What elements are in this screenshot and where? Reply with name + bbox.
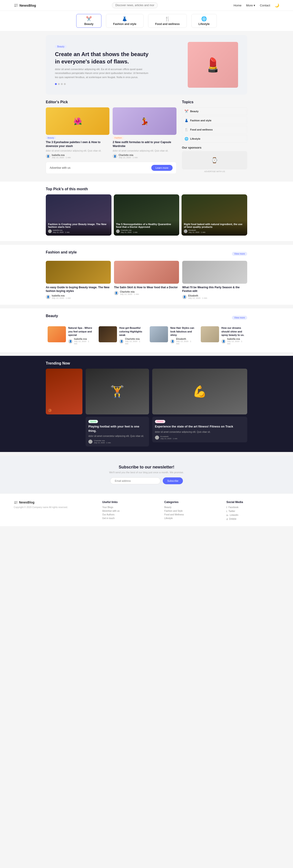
category-lifestyle[interactable]: 🌐 Lifestyle (191, 14, 217, 28)
fashion-author-2-name: Charlotte mia (120, 290, 139, 293)
category-food[interactable]: 🍴 Food and wellness (148, 14, 187, 28)
nav-links: Home More ▾ Contact 🌙 (233, 3, 279, 7)
fashion-card-1-author: 👤 Isabella eva July 13, 2020 · 1 min (46, 294, 111, 299)
pick-author-2-avatar (116, 229, 120, 233)
beauty-section-header: Beauty View more (46, 314, 247, 321)
beauty-card-1-content: Natural Spa - Where you feel unique and … (68, 326, 92, 345)
editor-card-1-author: 👤 Isabella eva July 13, 2020 · 1 min (46, 154, 109, 159)
trending-left-image: 🏀 (46, 369, 83, 446)
fashion-author-3-name: Elizabeth (188, 294, 207, 297)
beauty-card-3: New Hair Styles can look fabulous and sh… (148, 324, 196, 347)
footer-categories-title: Categories (164, 500, 217, 504)
trending-basketball-image: 🏀 (46, 369, 83, 414)
trending-badge-fitness: Fitness (155, 420, 165, 423)
fashion-view-more[interactable]: View more (232, 252, 247, 256)
trending-author-2-info: ELizabeth July 13, 2020 · 1 min (160, 435, 177, 440)
editor-card-1-badge: Beauty (46, 136, 56, 140)
beauty-card-2: How get Beautiful coloring Highlights we… (97, 324, 145, 347)
beauty-section: Beauty View more Natural Spa - Where you… (0, 308, 293, 352)
topic-lifestyle[interactable]: 🌐 Lifestyle (182, 135, 247, 143)
footer-link-advertise[interactable]: Advertise with us (102, 510, 155, 512)
footer-brand: 📰 NewsBlog Copyright © 2020 Company name… (14, 500, 93, 522)
pick-card-1: Fashion is Creating your Beauty image. T… (46, 194, 111, 236)
beauty-author-3-avatar: 👤 (170, 339, 175, 344)
fashion-title: Fashion and style (46, 250, 77, 254)
beauty-card-2-title: How get Beautiful coloring Highlights we… (119, 326, 143, 337)
beauty-view-more[interactable]: View more (232, 316, 247, 320)
footer-link-authors[interactable]: Our Authors (102, 513, 155, 516)
basketball-icon: 🏀 (48, 409, 52, 412)
subscribe-button[interactable]: Subscribe (163, 477, 183, 484)
beauty-card-3-image (150, 326, 168, 342)
top-picks-title: Top Pick's of this month (46, 187, 247, 191)
newsletter-form: Subscribe (5, 477, 288, 484)
newsletter-title: Subscribe to our newsletter! (5, 465, 288, 470)
pick-author-1-avatar (48, 229, 52, 233)
fashion-author-1-avatar: 👤 (46, 295, 51, 299)
site-logo[interactable]: 📰 NewsBlog (14, 3, 36, 7)
topic-beauty-label: Beauty (190, 110, 199, 113)
site-name: NewsBlog (20, 3, 36, 7)
fashion-icon: 👗 (122, 16, 128, 22)
hero-dot-2[interactable] (58, 83, 60, 85)
footer-grid: 📰 NewsBlog Copyright © 2020 Company name… (14, 500, 279, 522)
footer-social-twitter[interactable]: t Twitter (226, 510, 279, 513)
pick-card-1-author: Isabella eva July 13, 2020 · 1 min (48, 229, 109, 233)
beauty-author-2-avatar: 👤 (119, 339, 124, 344)
trending-card-2-text: dolor sit amet consectetur adipiscing el… (155, 430, 245, 434)
category-beauty[interactable]: ✂️ Beauty (76, 14, 101, 28)
editor-card-2-badge: Fashion (112, 136, 124, 140)
topic-food-label: Food and wellness (190, 128, 213, 131)
newsletter-email-input[interactable] (110, 477, 160, 484)
search-input[interactable] (112, 2, 158, 8)
footer-cat-lifestyle[interactable]: Lifestyle (164, 517, 217, 520)
category-fashion[interactable]: 👗 Fashion and style (106, 14, 143, 28)
nav-home[interactable]: Home (233, 4, 241, 7)
beauty-card-1-author: 👤 Isabella eva July 13, 2020 · 1 min (68, 338, 92, 345)
pick-card-2-author: Charlotte mia July 13, 2020 · 1 min (116, 229, 177, 233)
dribble-icon: d (226, 518, 228, 521)
footer-brand-name: NewsBlog (19, 500, 35, 504)
facebook-label: Facebook (228, 506, 238, 508)
trending-badge-sports: Sports (88, 420, 98, 423)
sports-person-icon: 🏋️ (110, 385, 124, 398)
nav-contact[interactable]: Contact (260, 4, 270, 7)
fashion-author-3-meta: July 13, 2020 · 1 min (188, 297, 207, 299)
fashion-card-3: What I'll be Wearing this Party Season &… (182, 261, 247, 300)
hero-dots (55, 83, 151, 85)
pick-card-1-overlay: Fashion is Creating your Beauty image. T… (46, 220, 111, 236)
topic-fashion[interactable]: 👗 Fashion and style (182, 117, 247, 124)
hero-lipstick-icon: 💄 (204, 57, 222, 73)
trending-card-2-title: Experience the state of the art fitness!… (155, 425, 245, 429)
editor-card-1: 🌺 Beauty The 3 Eyeshadow palettes I own … (46, 107, 109, 159)
twitter-label: Twitter (228, 510, 235, 513)
footer-social-linkedin[interactable]: in LinkedIn (226, 514, 279, 517)
fashion-card-2-author: 👤 Charlotte mia July 13, 2020 · 1 min (114, 290, 179, 296)
beauty-card-4: How our dreams should shine and spray be… (199, 324, 247, 347)
footer: 📰 NewsBlog Copyright © 2020 Company name… (0, 493, 293, 526)
pick-card-3: Right food baked with natural ingredient… (182, 194, 247, 236)
topic-beauty[interactable]: ✂️ Beauty (182, 107, 247, 115)
hero-dot-4[interactable] (64, 83, 66, 85)
footer-social-facebook[interactable]: f Facebook (226, 506, 279, 509)
footer-cat-beauty[interactable]: Beauty (164, 506, 217, 508)
trending-card-1: Sports Playing footbal with your feet is… (86, 417, 149, 446)
footer-cat-food[interactable]: Food and Wellness (164, 513, 217, 516)
footer-link-blogs[interactable]: Your Blogs (102, 506, 155, 508)
topic-food-icon: 🍴 (185, 128, 188, 131)
learn-more-button[interactable]: Learn more (151, 165, 172, 171)
footer-link-contact[interactable]: Get in touch (102, 517, 155, 520)
hero-dot-1[interactable] (55, 83, 57, 85)
twitter-icon: t (226, 510, 227, 513)
footer-cat-fashion[interactable]: Fashion and Style (164, 510, 217, 512)
dark-mode-toggle[interactable]: 🌙 (275, 3, 279, 7)
trending-fitness-image: 💪 (152, 369, 247, 414)
editor-card-1-title: The 3 Eyeshadow palettes I own & How to … (46, 141, 109, 148)
pick-card-3-title: Right food baked with natural ingredient… (184, 223, 245, 228)
topic-food[interactable]: 🍴 Food and wellness (182, 126, 247, 133)
trending-section: Trending Now 🏀 🏋️ Sports Playing footbal… (0, 356, 293, 452)
hero-dot-3[interactable] (61, 83, 63, 85)
footer-social-dribble[interactable]: d Dribble (226, 518, 279, 521)
nav-more[interactable]: More ▾ (246, 4, 255, 7)
topics-section: Topics ✂️ Beauty 👗 Fashion and style 🍴 F… (182, 100, 247, 176)
